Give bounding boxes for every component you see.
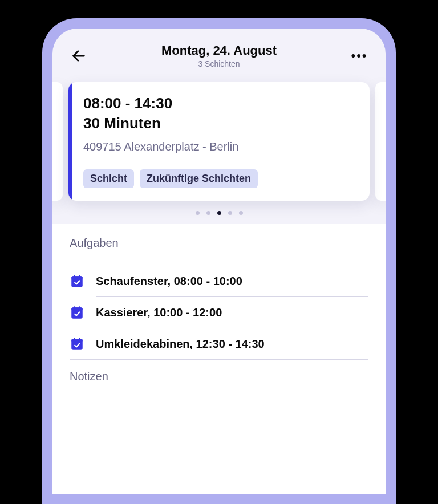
shift-carousel[interactable]: 08:00 - 14:30 30 Minuten 409715 Alexande… bbox=[52, 76, 386, 201]
carousel-dot[interactable] bbox=[217, 211, 221, 215]
content-fill bbox=[52, 399, 386, 494]
app-header: Montag, 24. August 3 Schichten ••• bbox=[52, 29, 386, 76]
svg-rect-2 bbox=[71, 276, 83, 279]
shift-tag[interactable]: Schicht bbox=[83, 169, 134, 188]
task-item[interactable]: Kassierer, 10:00 - 12:00 bbox=[70, 297, 368, 328]
svg-rect-8 bbox=[79, 306, 80, 308]
page-subtitle: 3 Schichten bbox=[89, 59, 349, 68]
svg-rect-3 bbox=[74, 275, 75, 277]
calendar-check-icon bbox=[70, 305, 84, 320]
notes-section: Notizen bbox=[52, 360, 386, 399]
notes-heading: Notizen bbox=[70, 370, 368, 383]
shift-tags: Schicht Zukünftige Schichten bbox=[83, 169, 355, 188]
more-button[interactable]: ••• bbox=[349, 46, 370, 66]
task-label: Umkleidekabinen, 12:30 - 14:30 bbox=[96, 338, 265, 351]
header-center: Montag, 24. August 3 Schichten bbox=[89, 43, 349, 68]
svg-rect-6 bbox=[71, 307, 83, 310]
carousel-dot[interactable] bbox=[206, 211, 210, 215]
task-item[interactable]: Umkleidekabinen, 12:30 - 14:30 bbox=[70, 328, 368, 359]
phone-frame: Montag, 24. August 3 Schichten ••• 08:00… bbox=[42, 18, 396, 504]
more-horizontal-icon: ••• bbox=[351, 48, 367, 63]
shift-location: 409715 Alexanderplatz - Berlin bbox=[83, 140, 355, 153]
carousel-dots bbox=[52, 211, 386, 215]
carousel-dot[interactable] bbox=[239, 211, 243, 215]
shift-tag[interactable]: Zukünftige Schichten bbox=[140, 169, 258, 188]
task-label: Schaufenster, 08:00 - 10:00 bbox=[96, 275, 242, 288]
carousel-dot[interactable] bbox=[196, 211, 200, 215]
carousel-peek-next[interactable] bbox=[375, 82, 386, 201]
carousel-dot[interactable] bbox=[228, 211, 232, 215]
arrow-left-icon bbox=[71, 48, 87, 64]
svg-rect-11 bbox=[74, 338, 75, 340]
calendar-check-icon bbox=[70, 336, 84, 351]
task-label: Kassierer, 10:00 - 12:00 bbox=[96, 306, 222, 319]
svg-rect-12 bbox=[79, 338, 80, 340]
tasks-heading: Aufgaben bbox=[70, 237, 368, 250]
svg-rect-10 bbox=[71, 339, 83, 342]
svg-rect-7 bbox=[74, 306, 75, 308]
shift-card[interactable]: 08:00 - 14:30 30 Minuten 409715 Alexande… bbox=[68, 82, 370, 201]
back-button[interactable] bbox=[68, 46, 89, 66]
screen: Montag, 24. August 3 Schichten ••• 08:00… bbox=[52, 29, 386, 494]
tasks-section: Aufgaben Schaufenster, 08:00 - 10:00 Kas… bbox=[52, 224, 386, 360]
shift-duration: 30 Minuten bbox=[83, 115, 355, 132]
carousel-peek-prev[interactable] bbox=[52, 82, 63, 201]
svg-rect-4 bbox=[79, 275, 80, 277]
shift-time-range: 08:00 - 14:30 bbox=[83, 95, 355, 112]
task-list: Schaufenster, 08:00 - 10:00 Kassierer, 1… bbox=[70, 266, 368, 360]
page-title: Montag, 24. August bbox=[89, 43, 349, 58]
calendar-check-icon bbox=[70, 274, 84, 288]
task-item[interactable]: Schaufenster, 08:00 - 10:00 bbox=[70, 266, 368, 296]
